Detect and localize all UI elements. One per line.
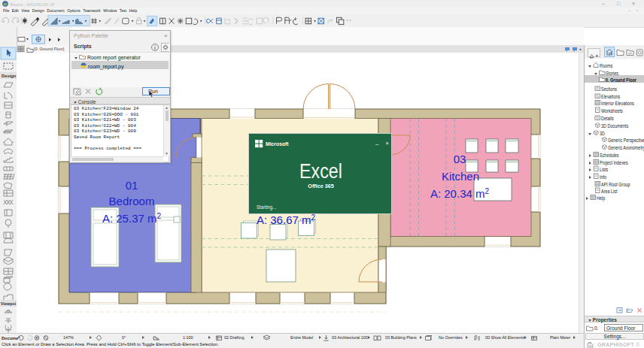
svg-text:01: 01 <box>126 179 138 192</box>
svg-text:03: 03 <box>454 153 466 165</box>
svg-text:Bedroom: Bedroom <box>109 195 155 207</box>
svg-text:A: 25.37 m2: A: 25.37 m2 <box>102 212 162 225</box>
svg-text:Kitchen: Kitchen <box>442 170 479 183</box>
svg-text:A: 20.34 m2: A: 20.34 m2 <box>430 187 490 200</box>
svg-text:A: 36.67 m2: A: 36.67 m2 <box>257 213 316 226</box>
